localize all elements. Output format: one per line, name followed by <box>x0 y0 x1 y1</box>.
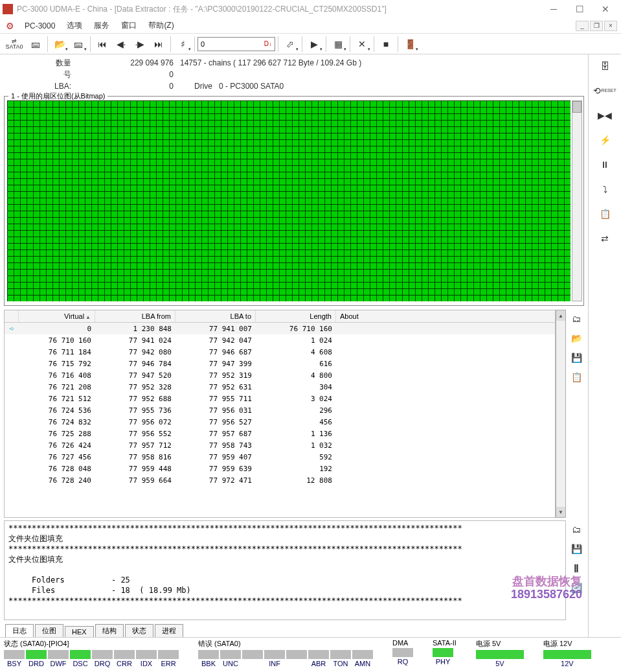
table-action-icon[interactable]: 🗂 <box>567 311 585 327</box>
minimize-button[interactable]: ─ <box>541 1 567 17</box>
table-row[interactable]: 76 721 51277 952 68877 955 7113 024 <box>5 393 555 404</box>
col-LBA to[interactable]: LBA to <box>175 310 256 322</box>
down-icon[interactable]: ⤵ <box>596 181 614 197</box>
table-clip-icon[interactable]: 📋 <box>567 369 585 385</box>
power-icon[interactable]: ⚡ <box>596 132 614 148</box>
maximize-button[interactable]: ☐ <box>567 1 593 17</box>
led-TON <box>330 650 351 659</box>
status-group-label: 状态 (SATA0)-[PIO4] <box>4 639 179 649</box>
tab-位图[interactable]: 位图 <box>35 624 63 637</box>
drive-icon[interactable]: 🖴 <box>27 35 45 53</box>
led-5V <box>476 650 524 659</box>
stop-button[interactable]: ■ <box>377 35 395 53</box>
play-range-icon[interactable]: ▶◀ <box>596 108 614 123</box>
table-row[interactable]: ➪01 230 84877 941 00776 710 160 <box>5 323 555 334</box>
table-row[interactable]: 76 721 20877 952 32877 952 631304 <box>5 381 555 393</box>
status-group-label: 错误 (SATA0) <box>198 639 373 649</box>
toolbar: ⇌SATA0 🖴 📂▾ 🖴▾ ⏮ ◀· ·▶ ⏭ ♯▾ 0D↓ ⬀▾ ▶▾ ▦▾… <box>0 34 621 54</box>
table-save-icon[interactable]: 💾 <box>567 350 585 365</box>
info-qty-value: 229 094 976 <box>76 58 180 67</box>
col-LBA from[interactable]: LBA from <box>95 310 175 322</box>
table-row[interactable]: 76 728 04877 959 44877 959 639192 <box>5 463 555 474</box>
log-box: ****************************************… <box>4 520 566 620</box>
status-group-label: 电源 12V <box>543 639 591 649</box>
tools-button[interactable]: ✕▾ <box>353 35 371 53</box>
led-DWF <box>48 650 69 659</box>
tab-进程[interactable]: 进程 <box>155 624 183 637</box>
table-row[interactable]: 76 725 28877 956 55277 957 6871 136 <box>5 428 555 439</box>
mdi-minimize[interactable]: _ <box>576 21 589 31</box>
table-row[interactable]: 76 727 45677 958 81677 959 407592 <box>5 451 555 463</box>
swap-icon[interactable]: ⇄ <box>596 231 614 246</box>
reset-icon[interactable]: ⟲RESET <box>596 83 614 98</box>
led-label: DSC <box>70 660 91 667</box>
open-button[interactable]: 📂▾ <box>51 35 69 53</box>
menu-window[interactable]: 窗口 <box>116 19 142 32</box>
export-button[interactable]: ⬀▾ <box>281 35 299 53</box>
bitmap-scrollbar[interactable] <box>572 100 582 301</box>
exit-button[interactable]: 🚪▾ <box>401 35 419 53</box>
col-About[interactable]: About <box>336 310 555 322</box>
log-action-icon[interactable]: 🗂 <box>567 522 585 537</box>
led-BBK <box>198 650 219 659</box>
led-label: ABR <box>308 660 329 667</box>
led-label: IDX <box>136 660 157 667</box>
col-Length[interactable]: Length <box>256 310 336 322</box>
nav-last[interactable]: ⏭ <box>150 35 168 53</box>
table-row[interactable]: 76 724 53677 955 73677 956 031296 <box>5 404 555 416</box>
nav-first[interactable]: ⏮ <box>93 35 111 53</box>
table-row[interactable]: 76 715 79277 946 78477 947 399616 <box>5 358 555 369</box>
tab-HEX[interactable]: HEX <box>65 626 94 637</box>
led-blank <box>242 650 263 659</box>
info-lba-value: 0 <box>76 82 180 91</box>
scroll-down-icon[interactable]: ▼ <box>556 507 565 517</box>
led-label: ERR <box>158 660 179 667</box>
table-row[interactable]: 76 726 42477 957 71277 958 7431 032 <box>5 439 555 451</box>
info-qty-label: 数量 <box>5 58 76 69</box>
pause-icon[interactable]: ⏸ <box>596 157 614 172</box>
grid-icon[interactable]: ♯▾ <box>174 35 192 53</box>
tab-日志[interactable]: 日志 <box>5 624 34 637</box>
table-row[interactable]: 76 724 83277 956 07277 956 527456 <box>5 416 555 428</box>
table-row[interactable]: 76 711 18477 942 08077 946 6874 608 <box>5 346 555 358</box>
led-ABR <box>308 650 329 659</box>
tab-状态[interactable]: 状态 <box>125 624 153 637</box>
led-DRD <box>26 650 47 659</box>
led-DSC <box>70 650 91 659</box>
nav-prev[interactable]: ◀· <box>112 35 130 53</box>
led-label: BSY <box>4 660 25 667</box>
menu-help[interactable]: 帮助(Z) <box>143 19 179 32</box>
play-button[interactable]: ▶▾ <box>305 35 323 53</box>
matrix-button[interactable]: ▦▾ <box>329 35 347 53</box>
offset-combo[interactable]: 0D↓ <box>198 37 275 51</box>
led-label: UNC <box>220 660 241 667</box>
scroll-up-icon[interactable]: ▲ <box>556 310 565 321</box>
table-open-icon[interactable]: 📂 <box>567 330 585 346</box>
mdi-close[interactable]: × <box>604 21 617 31</box>
menu-services[interactable]: 服务 <box>89 19 115 32</box>
save-button[interactable]: 🖴▾ <box>69 35 87 53</box>
col-Virtual[interactable]: Virtual▲ <box>19 310 95 322</box>
close-button[interactable]: ✕ <box>593 1 618 17</box>
drive-icon[interactable]: 🗄 <box>596 58 614 74</box>
clipboard-icon[interactable]: 📋 <box>596 206 614 222</box>
led-label: DRQ <box>92 660 113 667</box>
bitmap-panel: 1 - 使用的扇区位图(从Bitmap) <box>4 96 584 306</box>
log-pause-icon[interactable]: Ⅱ <box>567 561 585 576</box>
bitmap-title: 1 - 使用的扇区位图(从Bitmap) <box>8 91 107 101</box>
mdi-restore[interactable]: ❐ <box>590 21 603 31</box>
menu-options[interactable]: 选项 <box>62 19 87 32</box>
table-scrollbar[interactable]: ▲ ▼ <box>556 310 566 518</box>
led-ERR <box>158 650 179 659</box>
menu-pc3000[interactable]: PC-3000 <box>19 20 60 32</box>
table-row[interactable]: 76 716 40877 947 52077 952 3194 800 <box>5 369 555 381</box>
log-save-icon[interactable]: 💾 <box>567 541 585 557</box>
app-menu-icon: ⚙ <box>4 20 16 32</box>
nav-next[interactable]: ·▶ <box>131 35 149 53</box>
led-DRQ <box>92 650 113 659</box>
bitmap-grid[interactable] <box>7 100 570 301</box>
table-row[interactable]: 76 710 16077 941 02477 942 0471 024 <box>5 334 555 346</box>
tab-结构[interactable]: 结构 <box>95 624 124 637</box>
sata-button[interactable]: ⇌SATA0 <box>3 35 26 53</box>
table-row[interactable]: 76 728 24077 959 66477 972 47112 808 <box>5 474 555 486</box>
